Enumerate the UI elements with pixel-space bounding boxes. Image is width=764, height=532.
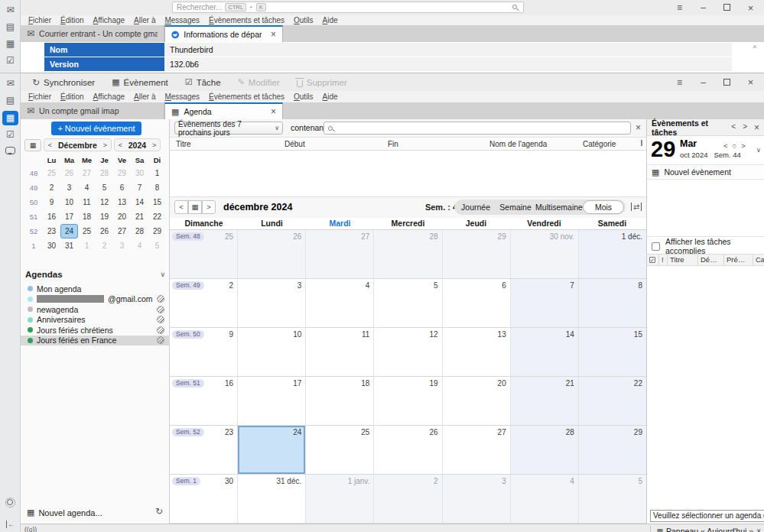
month-cell[interactable]: 4 bbox=[306, 279, 374, 327]
next-year-icon[interactable]: > bbox=[148, 141, 160, 149]
mini-week-number[interactable]: 51 bbox=[24, 209, 43, 224]
month-cell[interactable]: 20 bbox=[443, 377, 511, 425]
close-tab-icon[interactable]: × bbox=[266, 29, 276, 40]
table-row[interactable]: Version 132.0b6 bbox=[44, 57, 732, 71]
month-cell[interactable]: 10 bbox=[238, 328, 306, 376]
new-event-toolbar-button[interactable]: ▦Évènement bbox=[112, 77, 168, 87]
month-cell[interactable]: 12 bbox=[374, 328, 442, 376]
menu-item-outils[interactable]: Outils bbox=[294, 16, 314, 24]
agenda-item-anniversaires[interactable]: Anniversaires bbox=[21, 315, 170, 326]
month-cell[interactable]: 26 bbox=[238, 230, 306, 278]
month-cell[interactable]: 17 bbox=[238, 377, 306, 425]
view-button-mois[interactable]: Mois bbox=[583, 200, 624, 214]
mini-calendar-day[interactable]: 21 bbox=[131, 209, 148, 224]
mail-space-icon[interactable]: ✉ bbox=[0, 4, 21, 16]
mini-calendar-day[interactable]: 3 bbox=[113, 238, 131, 253]
mini-calendar-day[interactable]: 30 bbox=[43, 238, 60, 253]
mini-calendar-day[interactable]: 17 bbox=[60, 209, 78, 224]
next-day-icon[interactable]: > bbox=[743, 122, 747, 133]
tab-agenda[interactable]: ▦ Agenda × bbox=[164, 102, 283, 119]
calendar-space-icon[interactable]: ▦ bbox=[0, 37, 21, 50]
priority-column-icon[interactable] bbox=[636, 140, 647, 148]
mini-calendar-day[interactable]: 19 bbox=[96, 209, 113, 224]
month-cell[interactable]: 25 bbox=[306, 426, 374, 474]
today-panel-toggle[interactable]: ▦ Panneau « Aujourd'hui » ∨ bbox=[650, 526, 761, 532]
mini-calendar-day[interactable]: 13 bbox=[113, 195, 131, 209]
previous-month-icon[interactable]: < bbox=[44, 141, 56, 149]
agendas-section-header[interactable]: Agendas ∨ bbox=[25, 270, 165, 279]
mini-calendar-day[interactable]: 4 bbox=[131, 238, 148, 253]
menu-item-evenements-et-taches[interactable]: Évènements et tâches bbox=[209, 92, 284, 101]
rotate-view-icon[interactable]: ⇄ bbox=[631, 203, 642, 211]
mini-calendar-day[interactable]: 11 bbox=[78, 195, 96, 209]
today-button[interactable]: ▦ bbox=[188, 200, 202, 214]
mini-calendar-today-icon[interactable]: ▦ bbox=[24, 139, 41, 151]
mini-calendar-day[interactable]: 25 bbox=[43, 166, 60, 180]
mini-calendar-day[interactable]: 5 bbox=[96, 180, 113, 195]
menu-item-aide[interactable]: Aide bbox=[323, 92, 338, 101]
new-agenda-button[interactable]: ▦ Nouvel agenda... bbox=[27, 508, 102, 517]
mini-calendar-day[interactable]: 1 bbox=[78, 238, 96, 253]
mini-calendar-day[interactable]: 20 bbox=[113, 209, 131, 224]
calendar-hidden-icon[interactable] bbox=[157, 316, 164, 323]
mail-space-icon[interactable]: ✉ bbox=[0, 77, 21, 89]
agenda-item-gmail-com[interactable]: @gmail.com bbox=[21, 294, 170, 305]
month-cell[interactable]: 15 bbox=[579, 328, 646, 376]
mini-calendar-day[interactable]: 10 bbox=[60, 195, 78, 209]
mini-calendar-day[interactable]: 1 bbox=[148, 166, 166, 180]
mini-calendar-day[interactable]: 2 bbox=[96, 238, 113, 253]
view-button-journee[interactable]: Journée bbox=[456, 201, 496, 213]
close-filter-icon[interactable]: × bbox=[636, 122, 641, 133]
tab-courrier-entrant[interactable]: ✉ Courrier entrant - Un compte gmail im bbox=[21, 25, 164, 42]
event-filter-dropdown[interactable]: Évènements des 7 prochains jours ∨ bbox=[174, 122, 283, 135]
mini-calendar-day[interactable]: 26 bbox=[60, 166, 78, 180]
mini-calendar-day[interactable]: 7 bbox=[131, 180, 148, 195]
mini-calendar-day[interactable]: 22 bbox=[148, 209, 166, 224]
scroll-up-arrow[interactable]: ^ bbox=[753, 44, 756, 52]
minimize-icon[interactable]: – bbox=[691, 2, 715, 13]
month-cell[interactable]: 2 bbox=[374, 475, 442, 523]
column-header-fin[interactable]: Fin bbox=[382, 140, 483, 148]
menu-item-aide[interactable]: Aide bbox=[323, 16, 338, 24]
close-pane-icon[interactable]: × bbox=[754, 122, 759, 133]
global-search-input[interactable]: Rechercher... CTRL + K bbox=[172, 2, 524, 13]
month-cell[interactable]: 14 bbox=[511, 328, 579, 376]
chevron-down-icon[interactable]: ∨ bbox=[756, 147, 761, 154]
month-cell[interactable]: 27 bbox=[306, 230, 374, 278]
mini-calendar-day[interactable]: 28 bbox=[131, 224, 148, 238]
mini-calendar-day[interactable]: 25 bbox=[78, 224, 96, 238]
agenda-item-jours-feries-en-france[interactable]: Jours fériés en France bbox=[21, 336, 170, 346]
view-button-semaine[interactable]: Semaine bbox=[496, 201, 535, 213]
new-task-toolbar-button[interactable]: ☑Tâche bbox=[185, 77, 221, 87]
maximize-icon[interactable] bbox=[715, 3, 739, 12]
menu-item-outils[interactable]: Outils bbox=[294, 92, 314, 101]
month-cell[interactable]: 3 bbox=[238, 279, 306, 327]
menu-item-affichage[interactable]: Affichage bbox=[93, 92, 125, 101]
month-cell[interactable]: 18 bbox=[306, 377, 374, 425]
menu-item-affichage[interactable]: Affichage bbox=[93, 16, 125, 24]
previous-day-icon[interactable]: < bbox=[723, 141, 728, 150]
agenda-item-newagenda[interactable]: newagenda bbox=[21, 304, 170, 315]
month-cell[interactable]: Sem. 5116 bbox=[170, 377, 238, 425]
minimize-icon[interactable]: – bbox=[691, 77, 715, 88]
view-button-multisemaine[interactable]: Multisemaine bbox=[535, 201, 583, 213]
delete-button[interactable]: Supprimer bbox=[297, 78, 347, 87]
previous-period-button[interactable]: < bbox=[174, 200, 188, 214]
menu-item-edition[interactable]: Édition bbox=[60, 16, 84, 24]
month-cell[interactable]: 1 déc. bbox=[579, 230, 646, 278]
previous-year-icon[interactable]: < bbox=[115, 141, 126, 149]
month-cell[interactable]: 5 bbox=[579, 475, 646, 523]
mini-calendar-day[interactable]: 18 bbox=[78, 209, 96, 224]
calendar-hidden-icon[interactable] bbox=[157, 295, 164, 303]
mini-calendar-day[interactable]: 4 bbox=[78, 180, 96, 195]
month-cell[interactable]: 8 bbox=[579, 279, 646, 327]
month-cell[interactable]: 5 bbox=[374, 279, 442, 327]
mini-calendar-day[interactable]: 12 bbox=[96, 195, 113, 209]
mini-calendar-day[interactable]: 31 bbox=[60, 238, 78, 253]
month-cell[interactable]: Sem. 5223 bbox=[170, 426, 238, 474]
task-column-titre[interactable]: Titre bbox=[668, 255, 698, 265]
mini-calendar-day[interactable]: 3 bbox=[60, 180, 78, 195]
agenda-item-jours-feries-chretiens[interactable]: Jours fériés chrétiens bbox=[21, 325, 170, 336]
month-cell[interactable]: 30 nov. bbox=[511, 230, 579, 278]
mini-calendar-day[interactable]: 9 bbox=[43, 195, 60, 209]
